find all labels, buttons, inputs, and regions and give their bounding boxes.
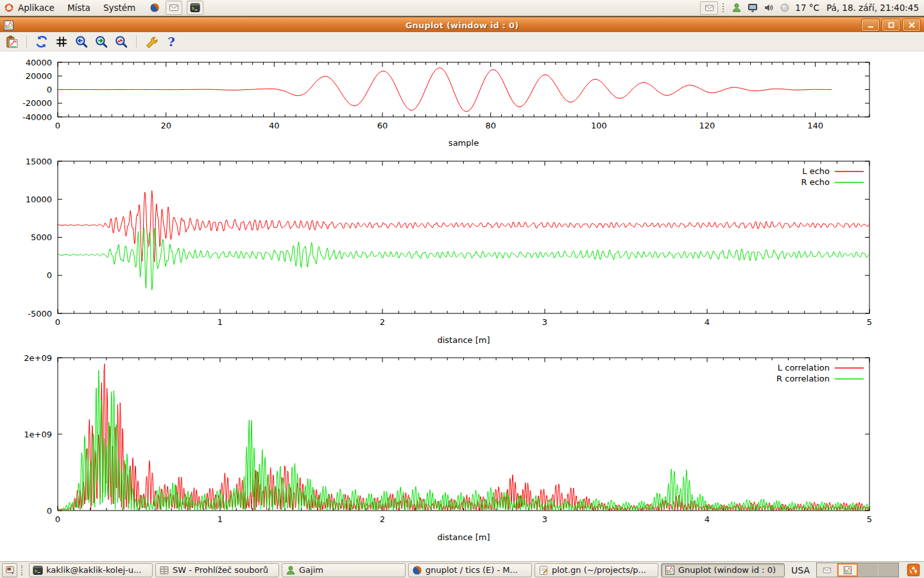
minimize-button[interactable] [861, 19, 880, 31]
toolbar-separator [26, 35, 27, 48]
gnuplot-canvas[interactable]: 020406080100120140-40000-200000200004000… [0, 51, 924, 561]
menu-label: Aplikace [18, 3, 55, 13]
x-tick-label: 1 [218, 514, 223, 524]
mail-notification-icon[interactable] [700, 1, 718, 15]
x-axis-label: distance [m] [437, 532, 490, 542]
gedit-icon [538, 565, 549, 575]
taskbar-item-label: kaklik@kaklik-kolej-u... [46, 565, 141, 575]
taskbar-item-file-manager[interactable]: SW - Prohlížeč souborů [155, 563, 279, 577]
options-button[interactable] [144, 34, 159, 49]
plot-echo[interactable]: 012345-5000050001000015000distance [m]L … [26, 157, 873, 346]
taskbar-item-gedit[interactable]: plot.gn (~/projects/p... [535, 563, 658, 577]
clock-label[interactable]: Pá, 18. září, 21:40:45 [826, 3, 919, 13]
taskbar-item-firefox[interactable]: gnuplot / tics (E) - M... [408, 563, 532, 577]
menu-aplikace[interactable]: Aplikace [0, 0, 61, 15]
x-tick-label: 3 [542, 514, 547, 524]
workspace-3[interactable] [858, 563, 878, 577]
y-tick-label: 5000 [31, 232, 52, 242]
y-tick-label: 2e+09 [24, 353, 52, 363]
keyboard-layout-indicator[interactable]: USA [787, 565, 814, 575]
top-panel: AplikaceMístaSystém 17 °C Pá, 18. září, … [0, 0, 924, 16]
x-tick-label: 0 [55, 121, 60, 130]
legend-label: L echo [802, 166, 830, 176]
close-button[interactable] [902, 19, 921, 31]
maximize-button[interactable] [882, 19, 900, 31]
y-tick-label: 0 [47, 506, 52, 516]
x-tick-label: 140 [807, 121, 823, 130]
taskbar-item-gajim[interactable]: Gajim [282, 563, 406, 577]
x-tick-label: 80 [485, 121, 496, 130]
gajim-icon [286, 565, 296, 575]
x-tick-label: 1 [218, 317, 223, 327]
svg-text:?: ? [167, 35, 175, 48]
temperature-label[interactable]: 17 °C [795, 3, 819, 13]
menu-label: Systém [103, 3, 135, 13]
help-button[interactable]: ? [164, 34, 179, 49]
x-tick-label: 3 [542, 317, 547, 327]
gnuplot-window-icon[interactable] [3, 20, 14, 31]
x-tick-label: 0 [55, 317, 60, 327]
taskbar-item-gnuplot[interactable]: Gnuplot (window id : 0) [661, 563, 785, 577]
gnuplot-titlebar[interactable]: Gnuplot (window id : 0) [0, 17, 924, 33]
x-tick-label: 20 [160, 121, 171, 130]
plot-sample-waveform[interactable]: 020406080100120140-40000-200000200004000… [22, 58, 869, 148]
y-tick-label: 1e+09 [24, 430, 52, 439]
x-axis-label: sample [449, 138, 479, 148]
taskbar-item-label: Gajim [299, 565, 323, 575]
x-tick-label: 40 [269, 121, 280, 130]
gajim-status-icon[interactable] [731, 2, 742, 13]
menu-label: Místa [67, 3, 90, 13]
terminal-launcher[interactable] [187, 1, 203, 15]
terminal-icon [33, 565, 43, 575]
taskbar-item-label: SW - Prohlížeč souborů [173, 565, 268, 575]
x-tick-label: 2 [380, 317, 385, 327]
menu-místa[interactable]: Místa [61, 0, 97, 15]
panel-window-divider [0, 16, 924, 17]
workspace-1[interactable] [817, 563, 837, 577]
series-R-echo [58, 228, 869, 290]
legend-label: R correlation [776, 374, 830, 383]
x-tick-label: 5 [867, 317, 872, 327]
x-tick-label: 4 [705, 514, 710, 524]
taskbar-item-label: gnuplot / tics (E) - M... [425, 565, 518, 575]
y-tick-label: 20000 [26, 71, 52, 81]
x-tick-label: 120 [699, 121, 715, 130]
grid-button[interactable] [54, 34, 69, 49]
workspace-4[interactable] [878, 563, 898, 577]
firefox-icon [412, 565, 422, 575]
y-tick-label: -20000 [22, 98, 52, 108]
taskbar-item-terminal[interactable]: kaklik@kaklik-kolej-u... [29, 563, 153, 577]
y-tick-label: 0 [47, 85, 52, 94]
mail-launcher[interactable] [166, 1, 182, 15]
legend-label: L correlation [778, 363, 830, 372]
window-title: Gnuplot (window id : 0) [0, 21, 924, 30]
y-tick-label: -5000 [28, 309, 52, 319]
unzoom-button[interactable] [114, 34, 129, 49]
y-tick-label: 40000 [26, 58, 52, 67]
file-manager-icon [159, 565, 169, 575]
x-tick-label: 0 [55, 514, 60, 524]
weather-icon[interactable] [779, 2, 791, 13]
tasklist-grip[interactable] [21, 565, 25, 575]
firefox-launcher[interactable] [148, 1, 161, 14]
show-desktop-button[interactable] [2, 563, 17, 577]
panel-grip[interactable] [723, 3, 726, 12]
zoom-previous-button[interactable] [74, 34, 89, 49]
volume-icon[interactable] [763, 2, 774, 13]
x-tick-label: 2 [380, 514, 385, 524]
display-settings-icon[interactable] [747, 2, 758, 13]
workspace-switcher [816, 563, 899, 577]
menu-systém[interactable]: Systém [97, 0, 142, 15]
trash-icon[interactable] [907, 563, 921, 577]
copy-button[interactable] [4, 34, 19, 49]
toolbar-separator [136, 35, 137, 48]
plot-correlation[interactable]: 01234501e+092e+09distance [m]L correlati… [24, 353, 872, 543]
taskbar-item-label: plot.gn (~/projects/p... [552, 565, 646, 575]
y-tick-label: -40000 [22, 112, 52, 122]
zoom-next-button[interactable] [94, 34, 109, 49]
workspace-2[interactable] [837, 563, 858, 577]
taskbar-item-label: Gnuplot (window id : 0) [678, 565, 776, 575]
replot-button[interactable] [34, 34, 49, 49]
y-tick-label: 0 [47, 270, 52, 280]
x-tick-label: 5 [867, 514, 872, 524]
